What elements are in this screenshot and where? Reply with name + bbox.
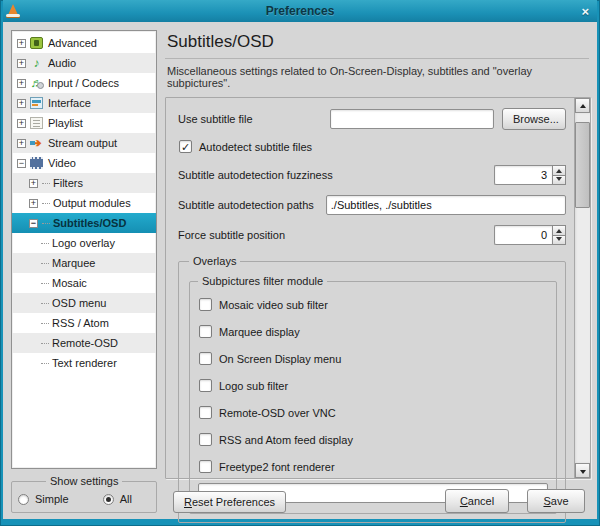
force-position-label: Force subtitle position — [178, 229, 285, 241]
checkbox-checked-icon[interactable]: ✓ — [179, 140, 192, 153]
title-bar[interactable]: Preferences × — [3, 0, 597, 22]
tree-connector — [42, 203, 50, 204]
checkbox-label: Freetype2 font renderer — [219, 461, 335, 473]
sidebar-item-rss-atom[interactable]: RSS / Atom — [12, 313, 156, 333]
sidebar-item-text-renderer[interactable]: Text renderer — [12, 353, 156, 373]
checkbox-remote-osd-vnc[interactable]: Remote-OSD over VNC — [199, 406, 548, 419]
tree-connector — [41, 243, 49, 244]
sidebar-item-logo-overlay[interactable]: Logo overlay — [12, 233, 156, 253]
sidebar-item-output-modules[interactable]: + Output modules — [12, 193, 156, 213]
sidebar-item-video[interactable]: − Video — [12, 153, 156, 173]
dialog-body: + Advanced + ♪ Audio + ♬ Input / Codecs … — [3, 22, 597, 519]
expander-icon[interactable]: + — [17, 119, 26, 128]
expander-icon[interactable]: + — [17, 139, 26, 148]
checkbox-unchecked-icon[interactable] — [199, 433, 212, 446]
fuzziness-row: Subtitle autodetection fuzziness 3 — [178, 165, 566, 185]
expander-icon[interactable]: + — [17, 79, 26, 88]
checkbox-unchecked-icon[interactable] — [199, 352, 212, 365]
tree-connector — [42, 183, 50, 184]
radio-all[interactable]: All — [103, 493, 132, 505]
expander-icon[interactable]: + — [17, 99, 26, 108]
checkbox-unchecked-icon[interactable] — [199, 460, 212, 473]
use-subtitle-file-row: Use subtitle file Browse... — [178, 108, 566, 130]
fuzziness-label: Subtitle autodetection fuzziness — [178, 169, 333, 181]
expander-icon[interactable]: + — [29, 179, 38, 188]
checkbox-osd-menu[interactable]: On Screen Display menu — [199, 352, 548, 365]
sidebar-item-remote-osd[interactable]: Remote-OSD — [12, 333, 156, 353]
checkbox-unchecked-icon[interactable] — [199, 298, 212, 311]
checkbox-marquee-display[interactable]: Marquee display — [199, 325, 548, 338]
checkbox-label: Logo sub filter — [219, 380, 288, 392]
input-codecs-icon: ♬ — [30, 77, 43, 89]
checkbox-rss-atom-feed[interactable]: RSS and Atom feed display — [199, 433, 548, 446]
radio-simple[interactable]: Simple — [18, 493, 69, 505]
sidebar-item-marquee[interactable]: Marquee — [12, 253, 156, 273]
overlays-legend: Overlays — [189, 255, 240, 267]
page-description: Miscellaneous settings related to On-Scr… — [167, 65, 591, 89]
sidebar-item-label: Video — [48, 157, 76, 169]
force-position-value[interactable]: 0 — [494, 225, 552, 245]
checkbox-label: On Screen Display menu — [219, 353, 341, 365]
stream-output-icon: ➔ — [30, 137, 43, 149]
sidebar-item-interface[interactable]: + Interface — [12, 93, 156, 113]
sidebar-item-label: Logo overlay — [52, 237, 115, 249]
paths-label: Subtitle autodetection paths — [178, 199, 314, 211]
tree-connector — [41, 263, 49, 264]
autodetect-label: Autodetect subtitle files — [199, 141, 312, 153]
tree-connector — [42, 223, 50, 224]
sidebar-item-label: Interface — [48, 97, 91, 109]
scroll-down-icon[interactable] — [575, 463, 590, 478]
interface-icon — [30, 97, 43, 109]
radio-icon[interactable] — [18, 494, 29, 505]
use-subtitle-file-label: Use subtitle file — [178, 113, 253, 125]
scrollbar-thumb[interactable] — [575, 122, 590, 208]
vertical-scrollbar[interactable] — [574, 98, 590, 478]
scroll-up-icon[interactable] — [575, 98, 590, 113]
sidebar-item-filters[interactable]: + Filters — [12, 173, 156, 193]
fuzziness-value[interactable]: 3 — [494, 165, 552, 185]
cancel-button[interactable]: Cancel — [445, 489, 509, 513]
expander-icon[interactable]: + — [17, 39, 26, 48]
spin-up-icon[interactable] — [552, 165, 566, 176]
checkbox-mosaic-sub-filter[interactable]: Mosaic video sub filter — [199, 298, 548, 311]
window-title: Preferences — [3, 4, 597, 18]
expander-icon[interactable]: + — [17, 59, 26, 68]
radio-icon-selected[interactable] — [103, 494, 114, 505]
expander-icon[interactable]: + — [29, 199, 38, 208]
spin-up-icon[interactable] — [552, 225, 566, 236]
save-button[interactable]: Save — [527, 489, 585, 513]
spin-down-icon[interactable] — [552, 176, 566, 186]
reset-preferences-button[interactable]: Reset Preferences — [173, 491, 286, 513]
sidebar-item-label: Filters — [53, 177, 83, 189]
sidebar-item-subtitles-osd[interactable]: − Subtitles/OSD — [12, 213, 156, 233]
sidebar-item-playlist[interactable]: + Playlist — [12, 113, 156, 133]
sidebar-item-osd-menu[interactable]: OSD menu — [12, 293, 156, 313]
checkbox-freetype2-renderer[interactable]: Freetype2 font renderer — [199, 460, 548, 473]
expander-icon[interactable]: − — [29, 219, 38, 228]
use-subtitle-file-input[interactable] — [330, 109, 494, 129]
sidebar-item-advanced[interactable]: + Advanced — [12, 33, 156, 53]
sidebar-item-label: OSD menu — [52, 297, 106, 309]
spin-down-icon[interactable] — [552, 236, 566, 246]
sidebar-item-stream-output[interactable]: + ➔ Stream output — [12, 133, 156, 153]
autodetect-row[interactable]: ✓ Autodetect subtitle files — [179, 140, 566, 153]
scrollbar-track[interactable] — [575, 113, 590, 463]
sidebar-item-audio[interactable]: + ♪ Audio — [12, 53, 156, 73]
sidebar-item-label: Text renderer — [52, 357, 117, 369]
advanced-icon — [30, 37, 43, 49]
sidebar-item-input-codecs[interactable]: + ♬ Input / Codecs — [12, 73, 156, 93]
sidebar-item-label: Marquee — [52, 257, 95, 269]
close-icon[interactable]: × — [581, 5, 589, 18]
subpictures-legend: Subpictures filter module — [198, 275, 327, 287]
checkbox-logo-sub-filter[interactable]: Logo sub filter — [199, 379, 548, 392]
browse-button[interactable]: Browse... — [502, 108, 566, 130]
paths-input[interactable] — [326, 195, 566, 215]
sidebar-item-label: RSS / Atom — [52, 317, 109, 329]
expander-icon[interactable]: − — [17, 159, 26, 168]
checkbox-unchecked-icon[interactable] — [199, 379, 212, 392]
checkbox-label: Remote-OSD over VNC — [219, 407, 336, 419]
checkbox-unchecked-icon[interactable] — [199, 325, 212, 338]
checkbox-unchecked-icon[interactable] — [199, 406, 212, 419]
sidebar-item-mosaic[interactable]: Mosaic — [12, 273, 156, 293]
sidebar-item-label: Advanced — [48, 37, 97, 49]
